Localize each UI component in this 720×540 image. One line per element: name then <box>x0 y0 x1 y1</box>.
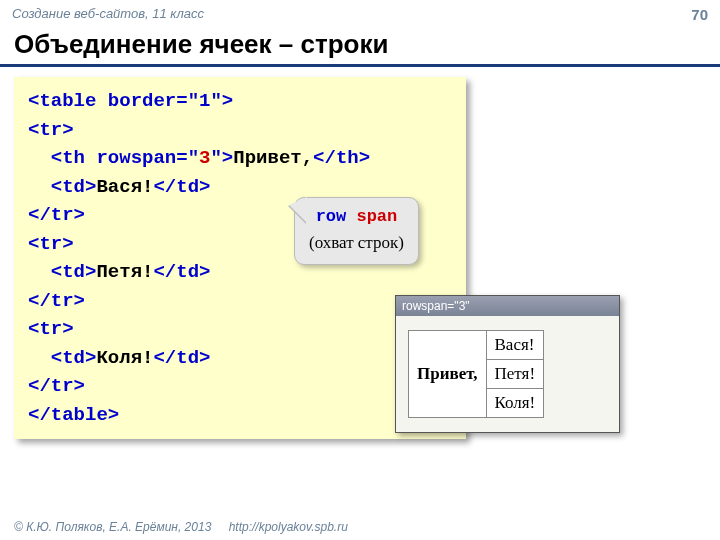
course-label: Создание веб-сайтов, 11 класс <box>12 6 204 23</box>
code-token: </tr> <box>28 375 85 397</box>
code-token: <table <box>28 90 108 112</box>
demo-td: Петя! <box>486 360 544 389</box>
footer-url: http://kpolyakov.spb.ru <box>229 520 348 534</box>
code-token: <tr> <box>28 233 74 255</box>
code-token: </th> <box>313 147 370 169</box>
code-token: </td> <box>153 176 210 198</box>
preview-body: Привет, Вася! Петя! Коля! <box>396 316 619 432</box>
page-number: 70 <box>691 6 708 23</box>
page-title: Объединение ячеек – строки <box>0 25 720 67</box>
code-token: rowspan <box>96 147 176 169</box>
code-token: </tr> <box>28 290 85 312</box>
code-token: <th <box>28 147 96 169</box>
code-token: </td> <box>153 347 210 369</box>
preview-window: rowspan="3" Привет, Вася! Петя! Коля! <box>395 295 620 433</box>
code-token: <td> <box>28 261 96 283</box>
code-token: Привет, <box>233 147 313 169</box>
code-token: Коля! <box>96 347 153 369</box>
code-token: </td> <box>153 261 210 283</box>
callout-subtitle: (охват строк) <box>309 233 404 252</box>
code-token: <tr> <box>28 318 74 340</box>
code-token: border <box>108 90 176 112</box>
copyright: © К.Ю. Поляков, Е.А. Ерёмин, 2013 <box>14 520 211 534</box>
code-token: 3 <box>199 147 210 169</box>
demo-td: Коля! <box>486 389 544 418</box>
code-token: Петя! <box>96 261 153 283</box>
preview-titlebar: rowspan="3" <box>396 296 619 316</box>
callout-tail <box>289 197 307 223</box>
header-bar: Создание веб-сайтов, 11 класс 70 <box>0 0 720 25</box>
code-token: Вася! <box>96 176 153 198</box>
callout-term-a: row <box>316 207 347 226</box>
footer: © К.Ю. Поляков, Е.А. Ерёмин, 2013 http:/… <box>14 520 348 534</box>
code-token: =" <box>176 147 199 169</box>
code-token: <tr> <box>28 119 74 141</box>
code-token: <td> <box>28 347 96 369</box>
demo-td: Вася! <box>486 331 544 360</box>
code-token: ="1"> <box>176 90 233 112</box>
code-token: "> <box>210 147 233 169</box>
table-row: Привет, Вася! <box>409 331 544 360</box>
code-token: </table> <box>28 404 119 426</box>
demo-th: Привет, <box>409 331 487 418</box>
callout-term-b: span <box>356 207 397 226</box>
demo-table: Привет, Вася! Петя! Коля! <box>408 330 544 418</box>
code-token: <td> <box>28 176 96 198</box>
callout-bubble: row span (охват строк) <box>294 197 419 265</box>
code-token: </tr> <box>28 204 85 226</box>
